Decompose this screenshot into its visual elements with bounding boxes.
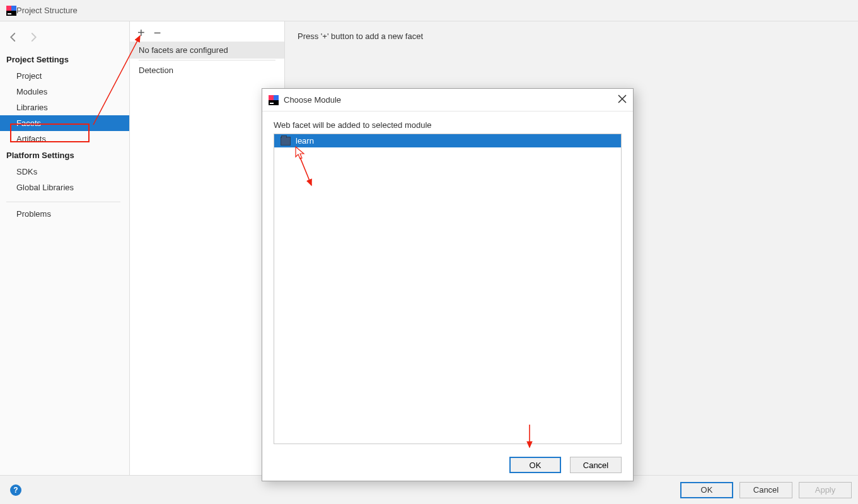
- close-icon[interactable]: [618, 94, 627, 105]
- dialog-button-row: OK Cancel: [262, 449, 633, 481]
- facet-empty-message[interactable]: No facets are configured: [130, 42, 284, 59]
- section-project-settings: Project Settings: [0, 51, 129, 68]
- forward-icon[interactable]: [28, 32, 39, 45]
- content-hint: Press '+' button to add a new facet: [298, 32, 845, 41]
- sidebar-item-facets[interactable]: Facets: [0, 115, 129, 131]
- nav-icons: [0, 28, 129, 51]
- add-facet-button[interactable]: +: [137, 26, 145, 39]
- help-icon[interactable]: ?: [10, 484, 21, 496]
- dialog-ok-button[interactable]: OK: [509, 457, 561, 473]
- remove-facet-button[interactable]: −: [154, 26, 161, 39]
- window-title: Project Structure: [16, 6, 78, 15]
- sidebar-item-global-libraries[interactable]: Global Libraries: [0, 180, 129, 195]
- sidebar-item-problems[interactable]: Problems: [0, 206, 129, 222]
- dialog-title: Choose Module: [284, 95, 341, 105]
- cancel-button[interactable]: Cancel: [739, 482, 792, 498]
- mid-divider: [139, 60, 275, 60]
- window-titlebar: Project Structure: [0, 0, 858, 21]
- sidebar-divider: [6, 202, 120, 202]
- ok-button[interactable]: OK: [680, 482, 733, 498]
- sidebar-item-sdks[interactable]: SDKs: [0, 164, 129, 180]
- dialog-titlebar: Choose Module: [262, 89, 633, 112]
- section-platform-settings: Platform Settings: [0, 147, 129, 164]
- module-label: learn: [296, 136, 314, 146]
- dialog-app-icon: [269, 95, 279, 105]
- choose-module-dialog: Choose Module Web facet will be added to…: [262, 88, 634, 481]
- sidebar-item-libraries[interactable]: Libraries: [0, 100, 129, 115]
- back-icon[interactable]: [8, 32, 19, 45]
- facet-toolbar: + −: [130, 21, 284, 42]
- app-icon: [6, 6, 16, 16]
- dialog-instruction: Web facet will be added to selected modu…: [274, 120, 622, 130]
- sidebar-item-artifacts[interactable]: Artifacts: [0, 131, 129, 147]
- module-icon: [281, 137, 291, 146]
- module-item-learn[interactable]: learn: [274, 134, 621, 147]
- sidebar-item-project[interactable]: Project: [0, 68, 129, 84]
- sidebar-item-modules[interactable]: Modules: [0, 84, 129, 100]
- sidebar: Project Settings Project Modules Librari…: [0, 21, 130, 475]
- module-list[interactable]: learn: [274, 134, 622, 444]
- facet-detection[interactable]: Detection: [130, 62, 284, 79]
- dialog-cancel-button[interactable]: Cancel: [570, 457, 622, 473]
- apply-button: Apply: [799, 482, 852, 498]
